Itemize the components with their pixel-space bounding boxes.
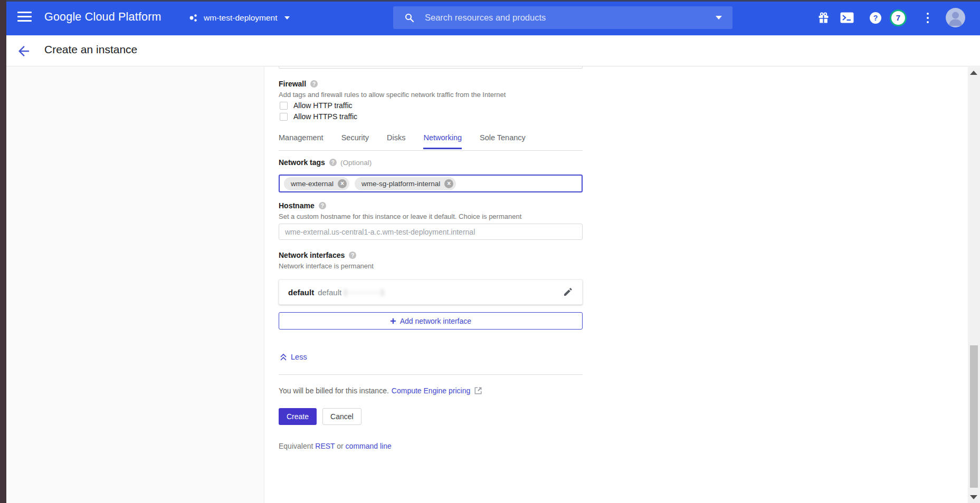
help-icon[interactable]: ? xyxy=(868,0,883,35)
firewall-section-label: Firewall ? xyxy=(279,80,318,88)
remove-tag-icon[interactable]: × xyxy=(444,179,453,188)
interface-subnet: default xyxy=(318,288,341,297)
hostname-help-icon[interactable]: ? xyxy=(319,202,326,209)
app-bar: Google Cloud Platform wm-test-deployment xyxy=(0,0,980,35)
tab-security[interactable]: Security xyxy=(341,133,369,149)
project-name: wm-test-deployment xyxy=(204,13,278,23)
form-actions: Create Cancel xyxy=(279,408,361,425)
pencil-icon xyxy=(563,287,573,297)
allow-http-checkbox[interactable] xyxy=(280,102,288,110)
create-button[interactable]: Create xyxy=(279,408,317,425)
scroll-down-arrow[interactable] xyxy=(970,495,977,499)
more-options-icon[interactable] xyxy=(922,0,934,35)
offers-gift-icon[interactable] xyxy=(815,0,831,35)
project-icon xyxy=(189,14,199,22)
avatar xyxy=(946,8,965,27)
redacted-subnet-range: (··············) xyxy=(344,288,384,296)
equivalent-links: Equivalent REST or command line xyxy=(279,442,392,450)
tab-networking[interactable]: Networking xyxy=(423,133,462,149)
allow-https-label: Allow HTTPS traffic xyxy=(293,112,357,121)
cloud-shell-icon[interactable] xyxy=(839,0,855,35)
notifications-icon[interactable]: 7 xyxy=(888,0,908,35)
network-interfaces-description: Network interface is permanent xyxy=(279,262,374,270)
network-tags-label: Network tags ? (Optional) xyxy=(279,158,372,167)
interface-name: default xyxy=(288,288,314,297)
help-question-glyph: ? xyxy=(870,12,881,24)
network-tags-input[interactable]: wme-external × wme-sg-platform-internal … xyxy=(279,175,583,192)
network-interface-card: default default (··············) xyxy=(279,279,583,305)
compute-engine-pricing-link[interactable]: Compute Engine pricing xyxy=(392,386,470,395)
tag-chip: wme-sg-platform-internal × xyxy=(355,177,456,190)
tab-disks[interactable]: Disks xyxy=(387,133,405,149)
hostname-description: Set a custom hostname for this instance … xyxy=(279,212,521,220)
allow-https-checkbox[interactable] xyxy=(280,113,288,121)
firewall-description: Add tags and firewall rules to allow spe… xyxy=(279,91,506,99)
remove-tag-icon[interactable]: × xyxy=(338,179,347,188)
search-dropdown-icon[interactable] xyxy=(716,16,722,20)
menu-icon[interactable] xyxy=(17,12,32,23)
allow-http-label: Allow HTTP traffic xyxy=(293,101,353,110)
scroll-up-arrow[interactable] xyxy=(970,71,977,75)
cancel-button[interactable]: Cancel xyxy=(322,408,361,425)
project-caret-icon xyxy=(284,16,290,20)
form-tabs: Management Security Disks Networking Sol… xyxy=(279,133,544,149)
brand-logo[interactable]: Google Cloud Platform xyxy=(44,11,161,24)
firewall-help-icon[interactable]: ? xyxy=(310,80,318,88)
allow-http-checkbox-row[interactable]: Allow HTTP traffic xyxy=(280,101,353,110)
section-divider xyxy=(279,374,583,375)
tab-management[interactable]: Management xyxy=(279,133,324,149)
edit-interface-button[interactable] xyxy=(563,287,573,297)
page-header: Create an instance xyxy=(6,35,980,66)
page-title: Create an instance xyxy=(44,43,137,56)
hostname-label: Hostname ? xyxy=(279,201,326,210)
back-arrow-icon[interactable] xyxy=(16,43,32,59)
tag-chip: wme-external × xyxy=(284,177,349,190)
project-selector[interactable]: wm-test-deployment xyxy=(189,9,290,27)
billing-note: You will be billed for this instance. Co… xyxy=(279,386,482,395)
account-avatar[interactable] xyxy=(944,0,966,35)
double-chevron-up-icon xyxy=(280,353,287,361)
search-icon xyxy=(405,13,414,23)
rest-link[interactable]: REST xyxy=(315,442,335,450)
network-interfaces-label: Network interfaces ? xyxy=(279,251,356,259)
tabs-divider xyxy=(279,150,583,151)
collapse-less-link[interactable]: Less xyxy=(280,353,307,361)
add-network-interface-button[interactable]: + Add network interface xyxy=(279,312,583,330)
allow-https-checkbox-row[interactable]: Allow HTTPS traffic xyxy=(280,112,357,121)
tag-chip-label: wme-external xyxy=(291,180,334,188)
tag-chip-label: wme-sg-platform-internal xyxy=(361,180,440,188)
hostname-input[interactable] xyxy=(279,224,583,240)
less-label: Less xyxy=(291,353,307,361)
search-input[interactable] xyxy=(425,13,710,23)
optional-hint: (Optional) xyxy=(340,159,372,167)
external-link-icon[interactable] xyxy=(474,387,482,394)
notification-count-badge: 7 xyxy=(890,9,907,26)
vertical-scrollbar[interactable] xyxy=(968,67,980,503)
window-left-edge xyxy=(0,0,6,503)
network-interfaces-help-icon[interactable]: ? xyxy=(349,252,356,259)
scrollbar-thumb[interactable] xyxy=(970,345,978,488)
instance-form: Firewall ? Add tags and firewall rules t… xyxy=(279,66,583,503)
left-panel xyxy=(6,67,264,503)
search-bar[interactable] xyxy=(393,6,732,29)
window-top-edge xyxy=(0,0,980,2)
network-tags-help-icon[interactable]: ? xyxy=(329,159,337,166)
plus-icon: + xyxy=(390,316,396,326)
tab-sole-tenancy[interactable]: Sole Tenancy xyxy=(480,133,526,149)
command-line-link[interactable]: command line xyxy=(346,442,392,450)
